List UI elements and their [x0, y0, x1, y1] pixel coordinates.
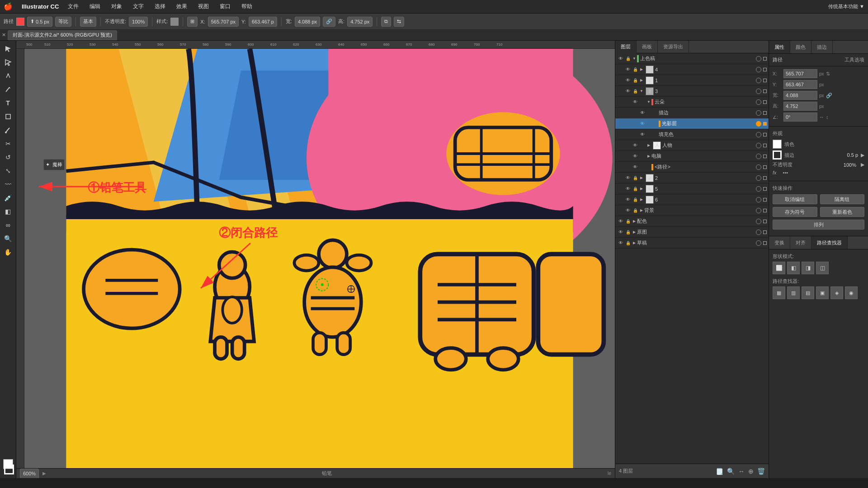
layer-row[interactable]: 👁 🔒 ▶ <路径>	[615, 162, 769, 173]
layer-lock-toggle[interactable]: 🔒	[646, 120, 653, 127]
menu-edit[interactable]: 编辑	[88, 2, 102, 11]
delete-layer-btn[interactable]: 🗑️	[757, 468, 765, 475]
layer-lock-toggle[interactable]: 🔒	[632, 174, 639, 182]
layer-expand-toggle[interactable]: ▶	[639, 187, 644, 191]
scale-tool[interactable]: ⤡	[2, 164, 14, 177]
layer-expand-toggle[interactable]: ▶	[639, 78, 644, 82]
minus-back-btn[interactable]: ◉	[845, 286, 858, 299]
layer-visibility-toggle[interactable]: 👁	[624, 88, 632, 95]
layer-visibility-toggle[interactable]: 👁	[617, 55, 624, 62]
lock-proportions-icon[interactable]: 🔗	[826, 93, 832, 99]
layer-row[interactable]: 👁 🔒 ▶ 5 5	[615, 183, 769, 194]
opacity-arrow[interactable]: ▶	[861, 162, 864, 168]
layer-expand-toggle[interactable]: ▶	[632, 230, 637, 234]
layer-lock-toggle[interactable]: 🔒	[646, 109, 653, 117]
layer-target-circle[interactable]	[756, 219, 761, 224]
layer-visibility-toggle[interactable]: 👁	[639, 131, 646, 138]
properties-panel-tab[interactable]: 属性	[769, 41, 790, 53]
layer-expand-toggle[interactable]: ▶	[653, 132, 659, 136]
layer-expand-toggle[interactable]: ▶	[653, 122, 659, 126]
menu-file[interactable]: 文件	[66, 2, 80, 11]
layer-target-circle[interactable]	[756, 240, 761, 246]
layer-visibility-toggle[interactable]: 👁	[617, 218, 624, 225]
layer-target-circle[interactable]	[756, 110, 761, 116]
y-value[interactable]: 663.467 p	[249, 17, 277, 27]
layer-visibility-toggle[interactable]: 👁	[632, 142, 639, 149]
stroke-arrow[interactable]: ▶	[861, 152, 864, 158]
layer-row[interactable]: 👁 🔒 ▼ 云朵	[615, 97, 769, 108]
layer-lock-toggle[interactable]: 🔒	[639, 142, 646, 149]
layer-row[interactable]: 👁 🔒 ▶ 6 6	[615, 194, 769, 205]
layer-expand-toggle[interactable]: ▼	[646, 100, 651, 104]
layer-visibility-toggle[interactable]: 👁	[624, 77, 632, 84]
layer-target-circle[interactable]	[756, 154, 761, 159]
layer-visibility-toggle[interactable]: 👁	[624, 207, 632, 214]
eyedropper-tool[interactable]: 💉	[2, 192, 14, 204]
menu-object[interactable]: 对象	[109, 2, 124, 11]
merge-btn[interactable]: ▤	[802, 286, 814, 299]
exclude-btn[interactable]: ◫	[816, 262, 829, 274]
transform-icon[interactable]: ⊞	[187, 17, 198, 27]
layer-expand-toggle[interactable]: ▶	[639, 176, 644, 180]
h-input[interactable]	[783, 102, 817, 111]
stroke-weight-field[interactable]: ⬆0.5 px	[27, 17, 52, 27]
arrange-btn[interactable]: 排列	[773, 220, 864, 230]
layer-expand-toggle[interactable]: ▼	[632, 56, 637, 61]
move-layer-btn[interactable]: ↔️	[738, 468, 745, 475]
more-appearance-btn[interactable]: •••	[783, 170, 788, 175]
layer-row[interactable]: 👁 🔒 ▶ 4 4	[615, 64, 769, 75]
menu-help[interactable]: 帮助	[240, 2, 254, 11]
blend-tool[interactable]: ∞	[2, 219, 14, 231]
menu-text[interactable]: 文字	[131, 2, 146, 11]
direct-selection-tool[interactable]	[2, 56, 14, 69]
find-layer-btn[interactable]: 🔍	[727, 468, 735, 475]
rotate-tool[interactable]: ↺	[2, 151, 14, 164]
flip-vertical-icon[interactable]: ↕	[826, 114, 829, 120]
minus-front-btn[interactable]: ◧	[787, 262, 800, 274]
layer-lock-toggle[interactable]: 🔒	[624, 239, 632, 247]
layer-row[interactable]: 👁 🔒 ▶ 电脑	[615, 151, 769, 162]
layer-target-circle[interactable]	[756, 143, 761, 148]
layer-visibility-toggle[interactable]: 👁	[632, 164, 639, 171]
outline-btn[interactable]: ◈	[830, 286, 843, 299]
layer-lock-toggle[interactable]: 🔒	[632, 207, 639, 214]
warp-tool[interactable]: 〰	[2, 178, 14, 191]
menu-effect[interactable]: 效果	[175, 2, 189, 11]
layer-row[interactable]: 👁 🔒 ▶ 背景	[615, 205, 769, 216]
intersect-btn[interactable]: ◨	[802, 262, 814, 274]
layer-visibility-toggle[interactable]: 👁	[617, 229, 624, 236]
recolor-btn[interactable]: 重新着色	[820, 207, 865, 217]
stroke-panel-tab[interactable]: 描边	[811, 41, 833, 53]
document-tab[interactable]: 封面-演示源文件2.ai* 600% (RGB/GPU 预览)	[8, 30, 117, 40]
menu-select[interactable]: 选择	[153, 2, 167, 11]
more-options-btn[interactable]: ⇆	[394, 17, 404, 27]
fx-label[interactable]: fx	[773, 170, 777, 175]
layer-target-circle[interactable]	[756, 67, 761, 72]
layer-row[interactable]: 👁 🔒 ▶ 配色	[615, 216, 769, 227]
layer-lock-toggle[interactable]: 🔒	[624, 55, 632, 62]
layer-lock-toggle[interactable]: 🔒	[639, 153, 646, 160]
layer-lock-toggle[interactable]: 🔒	[624, 218, 632, 225]
define-symbol-btn[interactable]: 存为符号	[773, 207, 817, 217]
selection-tool[interactable]	[2, 42, 14, 55]
transform-tab[interactable]: 变换	[769, 236, 790, 249]
layer-target-circle[interactable]	[756, 186, 761, 192]
flip-horizontal-icon[interactable]: ↔	[819, 114, 824, 120]
stroke-color-swatch[interactable]	[4, 465, 14, 474]
h-value[interactable]: 4.752 px	[347, 17, 373, 27]
layer-lock-toggle[interactable]: 🔒	[632, 88, 639, 95]
artboards-tab[interactable]: 画板	[637, 41, 658, 53]
align-tab[interactable]: 对齐	[790, 236, 811, 249]
style-color[interactable]	[170, 18, 179, 26]
layer-row[interactable]: 👁 🔒 ▼ 上色稿	[615, 53, 769, 64]
layer-expand-toggle[interactable]: ▶	[639, 67, 644, 71]
layer-row[interactable]: 👁 🔒 ▶ 填充色	[615, 129, 769, 140]
paintbrush-tool[interactable]	[2, 124, 14, 136]
layer-expand-toggle[interactable]: ▶	[653, 111, 659, 115]
layer-expand-toggle[interactable]: ▼	[639, 89, 644, 93]
type-tool[interactable]: T	[2, 97, 14, 109]
layer-row[interactable]: 👁 🔒 ▶ 描边	[615, 108, 769, 118]
layer-row[interactable]: 👁 🔒 ▶ 原图	[615, 227, 769, 238]
layer-target-circle[interactable]	[756, 175, 761, 181]
layers-tab[interactable]: 图层	[615, 41, 637, 53]
